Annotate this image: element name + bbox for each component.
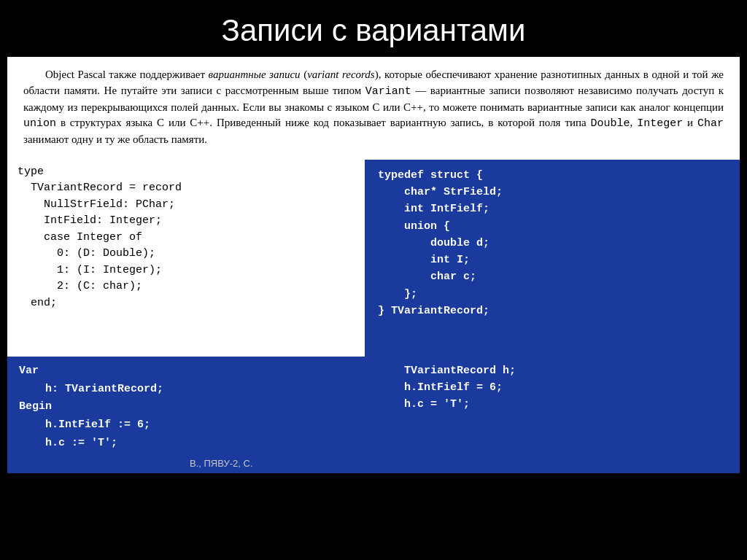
cpp-bottom-line-1: TVariantRecord h; [378, 362, 727, 379]
cpp-bottom-line-2: h.IntFielf = 6; [378, 379, 727, 396]
pascal-code-line-3: NullStrField: PChar; [18, 197, 355, 214]
pascal-code-line-9: end; [18, 295, 355, 312]
pascal-code-line-6: 0: (D: Double); [18, 246, 355, 262]
cpp-code-block: typedef struct { char* StrField; int Int… [365, 160, 740, 357]
cpp-line-1: typedef struct { [378, 167, 727, 184]
cpp-line-7: char c; [378, 268, 727, 285]
cpp-bottom-block: TVariantRecord h; h.IntFielf = 6; h.c = … [365, 357, 740, 473]
attribution-text: В., ПЯВУ-2, С. [190, 456, 253, 471]
var-code-block: Var h: TVariantRecord; Begin h.IntFielf … [7, 357, 365, 473]
paragraph-text: Object Pascal также поддерживает вариант… [23, 67, 724, 148]
var-line-5: h.c := 'T'; [19, 435, 353, 453]
pascal-code-line-4: IntField: Integer; [18, 213, 355, 230]
cpp-line-9: } TVariantRecord; [378, 303, 727, 319]
cpp-line-6: int I; [378, 252, 727, 268]
paragraph-area: Object Pascal также поддерживает вариант… [7, 57, 740, 160]
cpp-line-8: }; [378, 286, 727, 303]
cpp-line-4: union { [378, 218, 727, 235]
pascal-code-line-1: type [18, 164, 355, 181]
pascal-code-block: type TVariantRecord = record NullStrFiel… [7, 160, 365, 357]
var-line-2: h: TVariantRecord; [19, 381, 353, 399]
cpp-line-2: char* StrField; [378, 184, 727, 201]
page-title: Записи с вариантами [0, 0, 747, 57]
cpp-line-5: double d; [378, 235, 727, 252]
var-line-4: h.IntFielf := 6; [19, 416, 353, 435]
pascal-code-line-8: 2: (C: char); [18, 279, 355, 295]
cpp-line-3: int IntFielf; [378, 201, 727, 217]
cpp-bottom-line-3: h.c = 'T'; [378, 396, 727, 413]
pascal-code-line-2: TVariantRecord = record [18, 180, 355, 197]
var-line-1: Var [19, 362, 353, 381]
pascal-code-line-5: case Integer of [18, 230, 355, 246]
pascal-code-line-7: 1: (I: Integer); [18, 262, 355, 279]
var-line-3: Begin [19, 398, 353, 416]
